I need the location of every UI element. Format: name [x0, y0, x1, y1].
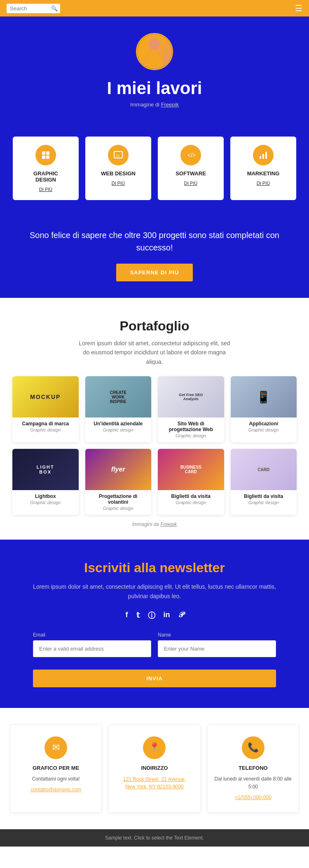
contact-phone-text: Dal lunedì al venerdì dalle 8:00 alle 5:… [214, 775, 292, 791]
stats-section: Sono felice di sapere che oltre 300 prog… [0, 217, 309, 298]
social-icons: f 𝕥 ⓘ in 𝒫 [33, 611, 276, 620]
contact-section: ✉ GRAFICO PER ME Contattami ogni volta! … [0, 708, 309, 829]
contact-card-address: 📍 INDIRIZZO 121 Rock Street, 21 Avenue,N… [108, 724, 200, 813]
svg-rect-2 [42, 151, 45, 155]
newsletter-form: Email Name [33, 632, 276, 657]
service-card-web: UI WEB DESIGN DI PIÙ [85, 137, 151, 200]
svg-text:</>: </> [187, 152, 196, 158]
web-design-icon: UI [108, 145, 129, 165]
contact-address-link[interactable]: 121 Rock Street, 21 Avenue,New York, NY … [123, 776, 186, 790]
service-link-web[interactable]: DI PIÙ [92, 181, 145, 186]
portfolio-title-3: Sito Web di progettazione Web [158, 417, 224, 433]
svg-rect-9 [260, 156, 261, 159]
hero-subtitle: Immagine di Freepik [8, 101, 301, 108]
pinterest-icon[interactable]: 𝒫 [178, 611, 184, 620]
portfolio-item-8[interactable]: CARD Biglietti da visita Graphic design [231, 449, 297, 515]
svg-rect-4 [42, 156, 45, 159]
portfolio-img-3: Get Free SEOAnalysis [158, 376, 224, 417]
service-link-graphic[interactable]: DI PIÙ [19, 187, 72, 192]
footer-text: Sample text. Click to select the Text El… [105, 835, 204, 841]
freepik-link[interactable]: Freepik [161, 101, 179, 108]
portfolio-item-6[interactable]: flyer Progettazione di volantini Graphic… [85, 449, 152, 515]
service-title-web: WEB DESIGN [92, 170, 145, 177]
portfolio-title: Portafoglio [12, 318, 297, 334]
search-box[interactable]: 🔍 [7, 4, 60, 13]
hamburger-menu[interactable]: ☰ [295, 3, 302, 13]
portfolio-item-5[interactable]: LIGHTBOX Lightbox Graphic design [12, 449, 79, 515]
contact-phone-title: TELEFONO [214, 765, 292, 771]
portfolio-subtitle-4: Graphic design [231, 427, 297, 436]
email-group: Email [33, 632, 151, 657]
svg-point-0 [149, 38, 160, 50]
contact-phone-link[interactable]: +1(555) 000-000 [235, 795, 272, 800]
facebook-icon[interactable]: f [126, 611, 128, 620]
email-contact-icon: ✉ [44, 736, 67, 759]
newsletter-section: Iscriviti alla newsletter Lorem ipsum do… [0, 540, 309, 708]
email-input[interactable] [33, 640, 151, 657]
twitter-icon[interactable]: 𝕥 [136, 611, 140, 620]
service-link-marketing[interactable]: DI PIÙ [237, 181, 290, 186]
linkedin-icon[interactable]: in [164, 611, 170, 620]
name-input[interactable] [158, 640, 276, 657]
marketing-icon [253, 145, 274, 165]
software-icon: </> [180, 145, 201, 165]
portfolio-subtitle-5: Graphic design [12, 500, 79, 509]
portfolio-item-4[interactable]: 📱 Applicazioni Graphic design [231, 376, 297, 442]
portfolio-img-8: CARD [231, 449, 297, 490]
portfolio-credit: Immagini da Freepik [12, 521, 297, 527]
submit-button[interactable]: INVIA [33, 670, 276, 687]
instagram-icon[interactable]: ⓘ [148, 611, 155, 620]
portfolio-subtitle-7: Graphic design [158, 500, 224, 509]
portfolio-title-4: Applicazioni [231, 417, 297, 427]
service-title-graphic: GRAPHICDESIGN [19, 170, 72, 183]
portfolio-grid-row1: MOCKUP Campagna di marca Graphic design … [12, 376, 297, 442]
contact-card-email: ✉ GRAFICO PER ME Contattami ogni volta! … [10, 724, 102, 813]
hero-section: I miei lavori Immagine di Freepik [0, 17, 309, 128]
address-icon: 📍 [143, 736, 166, 759]
search-icon: 🔍 [51, 5, 58, 12]
portfolio-title-7: Biglietti da visita [158, 490, 224, 500]
search-input[interactable] [10, 5, 51, 12]
portfolio-title-8: Biglietti da visita [231, 490, 297, 500]
freepik-portfolio-link[interactable]: Freepik [160, 521, 177, 527]
portfolio-title-2: Un'identità aziendale [85, 417, 152, 427]
portfolio-subtitle-6: Graphic design [85, 506, 152, 515]
phone-icon: 📞 [242, 736, 265, 759]
newsletter-title: Iscriviti alla newsletter [33, 560, 276, 576]
portfolio-section: Portafoglio Lorem ipsum dolor sit amet, … [0, 298, 309, 540]
service-link-software[interactable]: DI PIÙ [164, 181, 217, 186]
portfolio-description: Lorem ipsum dolor sit amet, consectetur … [76, 339, 233, 366]
portfolio-subtitle-2: Graphic design [85, 427, 152, 436]
contact-email-title: GRAFICO PER ME [17, 765, 95, 771]
svg-rect-11 [265, 152, 267, 159]
svg-rect-3 [46, 151, 49, 155]
portfolio-item-7[interactable]: BUSINESSCARD Biglietti da visita Graphic… [158, 449, 224, 515]
graphic-design-icon [35, 145, 56, 165]
portfolio-subtitle-1: Graphic design [12, 427, 79, 436]
portfolio-item-2[interactable]: CREATEWORKINSPIRE Un'identità aziendale … [85, 376, 152, 442]
portfolio-item-1[interactable]: MOCKUP Campagna di marca Graphic design [12, 376, 79, 442]
hero-title: I miei lavori [8, 78, 301, 98]
contact-email-link[interactable]: contatto@dominio.com [30, 787, 81, 793]
hero-subtitle-text: Immagine di [130, 101, 161, 108]
portfolio-img-1: MOCKUP [12, 376, 79, 417]
service-title-marketing: MARKETING [237, 170, 290, 177]
services-section: GRAPHICDESIGN DI PIÙ UI WEB DESIGN DI PI… [0, 128, 309, 217]
contact-card-phone: 📞 TELEFONO Dal lunedì al venerdì dalle 8… [207, 724, 299, 813]
name-group: Name [158, 632, 276, 657]
avatar-image [137, 34, 172, 69]
service-card-software: </> SOFTWARE DI PIÙ [158, 137, 224, 200]
newsletter-description: Lorem ipsum dolor sit amet, consectetur … [33, 582, 276, 601]
stats-button[interactable]: SAPERNE DI PIÙ [116, 264, 193, 281]
portfolio-grid-row2: LIGHTBOX Lightbox Graphic design flyer P… [12, 449, 297, 515]
portfolio-title-1: Campagna di marca [12, 417, 79, 427]
portfolio-img-6: flyer [85, 449, 152, 490]
avatar [136, 33, 173, 70]
portfolio-subtitle-8: Graphic design [231, 500, 297, 509]
stats-text: Sono felice di sapere che oltre 300 prog… [25, 229, 284, 254]
portfolio-title-5: Lightbox [12, 490, 79, 500]
portfolio-img-7: BUSINESSCARD [158, 449, 224, 490]
header: 🔍 ☰ [0, 0, 309, 17]
footer: Sample text. Click to select the Text El… [0, 829, 309, 847]
portfolio-item-3[interactable]: Get Free SEOAnalysis Sito Web di progett… [158, 376, 224, 442]
